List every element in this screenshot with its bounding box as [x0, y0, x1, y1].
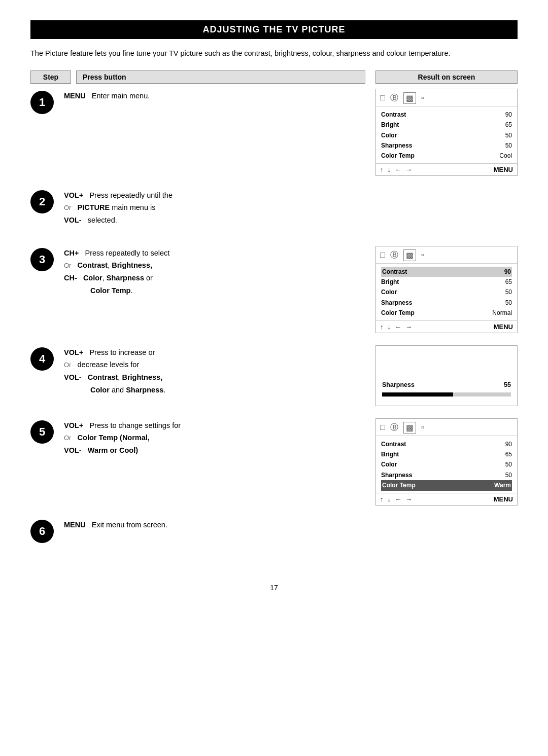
screen-1-icons: □ Ⓑ ▩ ▫	[376, 89, 517, 106]
screen-row-contrast-highlight: Contrast90	[381, 267, 512, 277]
step-2-content: VOL+ Press repeatedly until the Or PICTU…	[64, 188, 365, 227]
screen-row: Color50	[381, 459, 512, 470]
screen-row: Sharpness50	[381, 298, 512, 308]
menu-label: MENU	[494, 166, 513, 173]
step-4-bold2: Brightness,	[122, 373, 162, 381]
menu-label-5: MENU	[494, 495, 513, 503]
screen-row: Bright65	[381, 277, 512, 287]
down-arrow-5: ↓	[388, 495, 391, 503]
step-6-content: MENU Exit menu from screen.	[64, 518, 365, 531]
tv-icon-5: □	[380, 423, 385, 432]
screen-row: Bright65	[381, 120, 512, 130]
picture-icon: ▩	[403, 92, 416, 104]
step-1-desc: Enter main menu.	[92, 92, 150, 100]
step-5-desc1: Press to change settings for	[89, 421, 181, 429]
screen-3-nav: ↑ ↓ ← → MENU	[376, 320, 517, 333]
step-4-number: 4	[30, 347, 54, 371]
lock-icon-5: ▫	[421, 423, 424, 432]
step-1-result: □ Ⓑ ▩ ▫ Contrast90 Bright65 Color50 Shar…	[375, 89, 518, 176]
page-number: 17	[30, 584, 518, 592]
right-arrow-3: →	[405, 323, 412, 331]
step-3-key-ch+: CH+	[64, 249, 79, 257]
screen-1-nav: ↑ ↓ ← → MENU	[376, 163, 517, 175]
step-4-bold3: Color	[90, 386, 110, 394]
step-4-key-vol+: VOL+	[64, 348, 83, 356]
step-5-number: 5	[30, 420, 54, 444]
header-result: Result on screen	[375, 70, 518, 84]
step-5-content: VOL+ Press to change settings for Or Col…	[64, 418, 365, 457]
step-3-comma2: ,	[102, 274, 107, 282]
step-4-result: Sharpness 55	[375, 345, 518, 406]
left-arrow-3: ←	[395, 323, 401, 331]
step-5-colortemp: Color Temp (Normal,	[78, 434, 150, 442]
step-3-result: □ Ⓑ ▩ ▫ Contrast90 Bright65 Color50 Shar…	[375, 246, 518, 333]
menu-label-3: MENU	[494, 323, 513, 331]
up-arrow-3: ↑	[380, 323, 384, 331]
step-3-period: .	[130, 286, 132, 295]
sharpness-bar-bg	[382, 392, 511, 397]
step-5-warm-cool: Warm or Cool)	[88, 446, 138, 454]
lock-icon-3: ▫	[421, 250, 424, 260]
step-6-desc: Exit menu from screen.	[92, 521, 167, 529]
step-5-key-vol+: VOL+	[64, 421, 83, 429]
sharpness-row: Sharpness 55	[382, 381, 511, 388]
step-4-content: VOL+ Press to increase or Or decrease le…	[64, 345, 365, 397]
screen-3: □ Ⓑ ▩ ▫ Contrast90 Bright65 Color50 Shar…	[375, 246, 518, 333]
lock-icon: ▫	[421, 93, 424, 102]
sharpness-value: 55	[504, 381, 511, 388]
step-1-number: 1	[30, 91, 54, 114]
step-2-desc1: Press repeatedly until the	[89, 191, 173, 199]
screen-3-icons: □ Ⓑ ▩ ▫	[376, 246, 517, 264]
step-4-desc2: decrease levels for	[78, 361, 140, 369]
step-3-desc1: Press repeatedly to select	[85, 249, 170, 257]
header-step: Step	[30, 70, 71, 84]
screen-row: Sharpness50	[381, 470, 512, 480]
step-4-bold1: Contrast	[88, 373, 118, 381]
settings-icon: Ⓑ	[390, 93, 398, 103]
step-2-or: Or	[64, 204, 71, 211]
screen-row: Color50	[381, 287, 512, 297]
step-4-or: Or	[64, 361, 71, 369]
left-arrow: ←	[395, 166, 401, 173]
screen-1-rows: Contrast90 Bright65 Color50 Sharpness50 …	[376, 106, 517, 163]
screen-row: Color TempNormal	[381, 308, 512, 318]
step-5-key-vol-: VOL-	[64, 446, 82, 454]
step-4-and: and	[112, 386, 126, 394]
step-3-content: CH+ Press repeatedly to select Or Contra…	[64, 246, 365, 297]
step-3-or: Or	[64, 262, 71, 269]
step-3-bold4: Sharpness	[107, 274, 144, 282]
intro-text: The Picture feature lets you fine tune y…	[30, 48, 518, 59]
screen-row-colortemp-highlight: Color TempWarm	[381, 480, 512, 490]
step-3-bold1: Contrast	[78, 261, 108, 269]
step-4-period: .	[163, 386, 165, 394]
left-arrow-5: ←	[395, 495, 401, 503]
tv-icon: □	[380, 93, 385, 102]
step-6-number: 6	[30, 520, 54, 543]
screen-4-sharpness: Sharpness 55	[375, 345, 518, 406]
screen-5-nav: ↑ ↓ ← → MENU	[376, 493, 517, 505]
step-5-row: 5 VOL+ Press to change settings for Or C…	[30, 418, 518, 506]
up-arrow-5: ↑	[380, 495, 384, 503]
screen-row: Contrast90	[381, 110, 512, 120]
settings-icon-5: Ⓑ	[390, 422, 398, 433]
step-2-picture: PICTURE	[78, 203, 110, 211]
screen-1: □ Ⓑ ▩ ▫ Contrast90 Bright65 Color50 Shar…	[375, 89, 518, 176]
step-2-desc3: selected.	[88, 216, 117, 224]
screen-3-rows: Contrast90 Bright65 Color50 Sharpness50 …	[376, 264, 517, 320]
step-4-desc1: Press to increase or	[89, 348, 155, 356]
sharpness-bar-fill	[382, 392, 453, 397]
step-3-number: 3	[30, 248, 54, 271]
table-header: Step Press button Result on screen	[30, 70, 518, 84]
step-1-content: MENU Enter main menu.	[64, 89, 365, 102]
step-5-or: Or	[64, 434, 71, 442]
step-3-row: 3 CH+ Press repeatedly to select Or Cont…	[30, 246, 518, 333]
screen-row: Color50	[381, 130, 512, 140]
picture-icon-3: ▩	[403, 249, 416, 261]
sharpness-label: Sharpness	[382, 381, 415, 388]
step-2-key-vol+: VOL+	[64, 191, 83, 199]
screen-row: Color TempCool	[381, 151, 512, 161]
down-arrow: ↓	[388, 166, 391, 173]
step-3-colortemp: Color Temp	[90, 286, 130, 295]
down-arrow-3: ↓	[388, 323, 391, 331]
step-2-row: 2 VOL+ Press repeatedly until the Or PIC…	[30, 188, 518, 234]
